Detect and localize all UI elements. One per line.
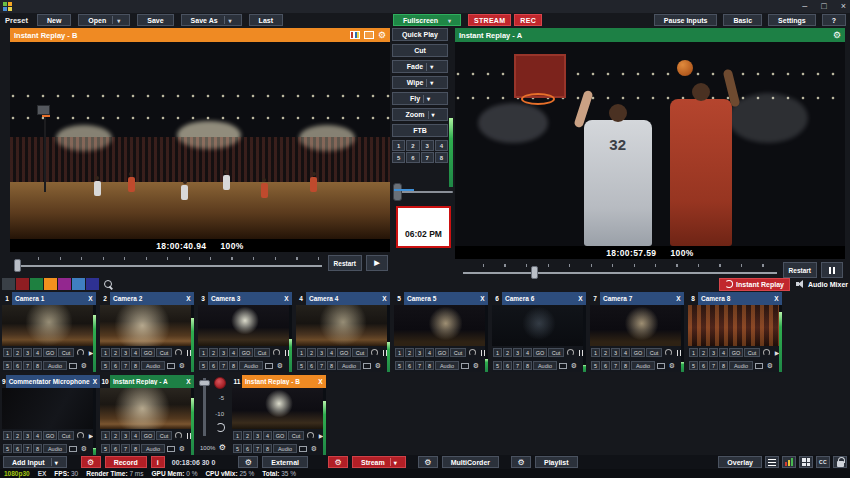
overlay-slot-5-button[interactable]: 5 bbox=[493, 361, 502, 370]
overlay-slot-5-button[interactable]: 5 bbox=[199, 361, 208, 370]
overlay-slot-2-button[interactable]: 2 bbox=[13, 348, 22, 357]
cut-button[interactable]: Cut bbox=[450, 348, 466, 357]
go-button[interactable]: GO bbox=[43, 348, 57, 357]
overlay-slot-2-button[interactable]: 2 bbox=[503, 348, 512, 357]
overlay-slot-8-button[interactable]: 8 bbox=[33, 444, 42, 453]
preview-video[interactable] bbox=[10, 42, 390, 239]
overlay-slot-7-button[interactable]: 7 bbox=[219, 361, 228, 370]
cut-button[interactable]: Cut bbox=[288, 431, 304, 440]
input-close-button[interactable]: X bbox=[183, 378, 194, 385]
program-restart-button[interactable]: Restart bbox=[783, 262, 817, 278]
audio-toggle-button[interactable]: Audio bbox=[631, 361, 655, 370]
monitor-icon[interactable] bbox=[656, 361, 666, 370]
overlay-slot-7-button[interactable]: 7 bbox=[121, 361, 130, 370]
loop-icon[interactable] bbox=[369, 348, 379, 357]
cut-button[interactable]: Cut bbox=[548, 348, 564, 357]
tbar-handle[interactable] bbox=[393, 183, 402, 201]
overlay-slot-6-button[interactable]: 6 bbox=[699, 361, 708, 370]
overlay-slot-8-button[interactable]: 8 bbox=[621, 361, 630, 370]
overlay-slot-1-button[interactable]: 1 bbox=[297, 348, 306, 357]
list-view-button[interactable] bbox=[765, 456, 779, 468]
overlay-slot-3-button[interactable]: 3 bbox=[513, 348, 522, 357]
volume-handle[interactable] bbox=[199, 380, 210, 386]
overlay-slot-2-button[interactable]: 2 bbox=[699, 348, 708, 357]
overlay-slot-3-button[interactable]: 3 bbox=[611, 348, 620, 357]
input-thumbnail[interactable] bbox=[100, 305, 194, 346]
input-close-button[interactable]: X bbox=[315, 378, 326, 385]
volume-slider[interactable] bbox=[203, 378, 206, 436]
loop-icon[interactable] bbox=[173, 348, 183, 357]
overlay-slot-6-button[interactable]: 6 bbox=[243, 444, 252, 453]
monitor-icon[interactable] bbox=[68, 361, 78, 370]
gear-icon[interactable]: ⚙ bbox=[833, 30, 841, 40]
overlay-slot-7-button[interactable]: 7 bbox=[317, 361, 326, 370]
transition-preset-5-button[interactable]: 5 bbox=[392, 152, 405, 163]
overlay-slot-4-button[interactable]: 4 bbox=[719, 348, 728, 357]
input-close-button[interactable]: X bbox=[771, 295, 782, 302]
overlay-slot-5-button[interactable]: 5 bbox=[395, 361, 404, 370]
monitor-icon[interactable] bbox=[460, 361, 470, 370]
input-thumbnail[interactable] bbox=[2, 305, 96, 346]
overlay-slot-5-button[interactable]: 5 bbox=[689, 361, 698, 370]
input-title[interactable]: Camera 4 bbox=[306, 295, 379, 302]
cut-button[interactable]: Cut bbox=[254, 348, 270, 357]
monitor-icon[interactable] bbox=[558, 361, 568, 370]
gear-icon[interactable]: ⚙ bbox=[177, 361, 187, 370]
color-swatch[interactable] bbox=[72, 278, 85, 290]
input-close-button[interactable]: X bbox=[673, 295, 684, 302]
gear-icon[interactable]: ⚙ bbox=[79, 361, 89, 370]
overlay-slot-8-button[interactable]: 8 bbox=[425, 361, 434, 370]
overlay-slot-3-button[interactable]: 3 bbox=[23, 348, 32, 357]
instant-replay-button[interactable]: Instant Replay bbox=[719, 278, 790, 291]
overlay-slot-1-button[interactable]: 1 bbox=[689, 348, 698, 357]
program-seekbar[interactable] bbox=[457, 263, 779, 277]
playlist-settings-gear-icon[interactable]: ⚙ bbox=[511, 456, 531, 468]
transition-preset-6-button[interactable]: 6 bbox=[406, 152, 419, 163]
overlay-slot-2-button[interactable]: 2 bbox=[243, 431, 252, 440]
overlay-slot-8-button[interactable]: 8 bbox=[33, 361, 42, 370]
go-button[interactable]: GO bbox=[43, 431, 57, 440]
monitor-icon[interactable] bbox=[166, 444, 176, 453]
gear-icon[interactable]: ⚙ bbox=[219, 443, 226, 453]
toolbar-save-as-button[interactable]: Save As▾ bbox=[181, 14, 242, 26]
loop-icon[interactable] bbox=[75, 431, 85, 440]
input-thumbnail[interactable] bbox=[100, 388, 194, 429]
cut-button[interactable]: Cut bbox=[744, 348, 760, 357]
overlay-slot-4-button[interactable]: 4 bbox=[33, 431, 42, 440]
gear-icon[interactable]: ⚙ bbox=[569, 361, 579, 370]
overlay-slot-3-button[interactable]: 3 bbox=[23, 431, 32, 440]
color-swatch[interactable] bbox=[16, 278, 29, 290]
transition-preset-1-button[interactable]: 1 bbox=[392, 140, 405, 151]
gear-icon[interactable]: ⚙ bbox=[765, 361, 775, 370]
input-close-button[interactable]: X bbox=[281, 295, 292, 302]
input-title[interactable]: Camera 5 bbox=[404, 295, 477, 302]
overlay-slot-7-button[interactable]: 7 bbox=[611, 361, 620, 370]
input-title[interactable]: Camera 1 bbox=[12, 295, 85, 302]
toolbar-settings-button[interactable]: Settings bbox=[768, 14, 816, 26]
go-button[interactable]: GO bbox=[141, 431, 155, 440]
overlay-slot-3-button[interactable]: 3 bbox=[121, 431, 130, 440]
input-title[interactable]: Camera 8 bbox=[698, 295, 771, 302]
overlay-slot-4-button[interactable]: 4 bbox=[327, 348, 336, 357]
toolbar-pause-inputs-button[interactable]: Pause Inputs bbox=[654, 14, 718, 26]
monitor-icon[interactable] bbox=[166, 361, 176, 370]
overlay-slot-6-button[interactable]: 6 bbox=[111, 444, 120, 453]
add-input-button[interactable]: Add Input ▾ bbox=[3, 456, 67, 468]
input-title[interactable]: Camera 6 bbox=[502, 295, 575, 302]
transition-cut-button[interactable]: Cut bbox=[392, 44, 448, 57]
loop-icon[interactable] bbox=[761, 348, 771, 357]
overlay-slot-5-button[interactable]: 5 bbox=[101, 361, 110, 370]
transition-fade-button[interactable]: Fade▾ bbox=[392, 60, 448, 73]
overlay-slot-1-button[interactable]: 1 bbox=[233, 431, 242, 440]
preview-play-button[interactable]: ▶ bbox=[366, 255, 388, 271]
monitor-icon[interactable] bbox=[362, 361, 372, 370]
input-thumbnail[interactable] bbox=[394, 305, 488, 346]
overlay-slot-4-button[interactable]: 4 bbox=[229, 348, 238, 357]
go-button[interactable]: GO bbox=[239, 348, 253, 357]
transition-tbar[interactable] bbox=[393, 183, 455, 201]
audio-toggle-button[interactable]: Audio bbox=[435, 361, 459, 370]
program-pause-button[interactable] bbox=[821, 262, 843, 278]
input-close-button[interactable]: X bbox=[85, 295, 96, 302]
color-swatch[interactable] bbox=[44, 278, 57, 290]
overlay-slot-2-button[interactable]: 2 bbox=[209, 348, 218, 357]
